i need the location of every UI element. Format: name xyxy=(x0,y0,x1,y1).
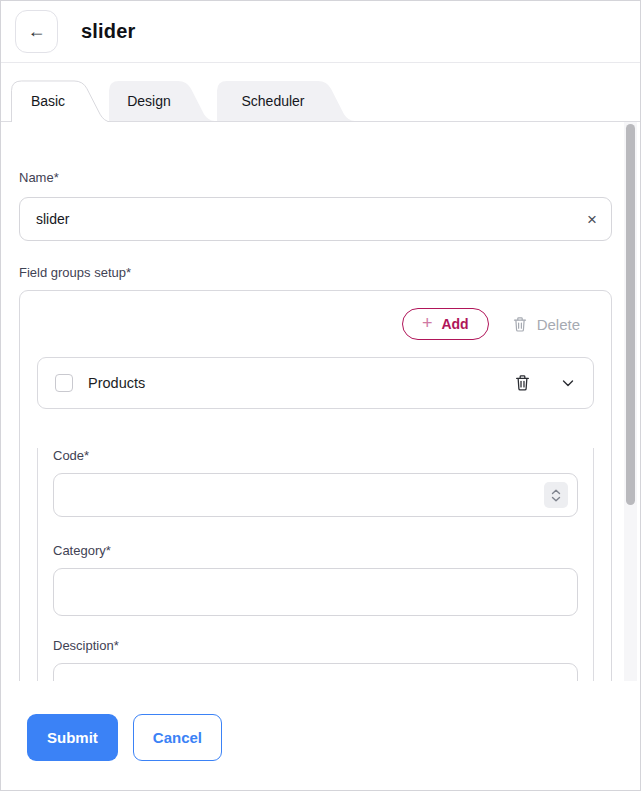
stepper-down-icon xyxy=(551,496,561,502)
submit-button[interactable]: Submit xyxy=(27,714,118,761)
field-groups-toolbar: + Add Delete xyxy=(37,308,594,340)
tab-design-label: Design xyxy=(109,79,215,122)
group-header-products[interactable]: Products xyxy=(37,357,594,409)
code-input[interactable] xyxy=(53,473,578,517)
stepper-up-icon xyxy=(551,489,561,495)
form-scroll-area: Name* slider × Field groups setup* + Add xyxy=(1,121,640,681)
field-groups-label: Field groups setup* xyxy=(19,265,612,280)
page-title: slider xyxy=(81,20,136,43)
name-field-label: Name* xyxy=(19,170,612,185)
footer: Submit Cancel xyxy=(1,681,640,789)
tab-scheduler-label: Scheduler xyxy=(217,79,355,122)
scrollbar-track[interactable] xyxy=(624,122,637,681)
delete-button[interactable]: Delete xyxy=(512,316,580,333)
clear-icon[interactable]: × xyxy=(587,211,597,228)
tab-design[interactable]: Design xyxy=(109,79,215,122)
category-field-label: Category* xyxy=(53,543,578,558)
group-body: Code* Category* Desciption* xyxy=(37,448,594,681)
group-title: Products xyxy=(88,375,145,391)
name-input[interactable]: slider × xyxy=(19,197,612,241)
tab-basic-label: Basic xyxy=(11,79,111,122)
add-button[interactable]: + Add xyxy=(402,308,489,340)
tab-scheduler[interactable]: Scheduler xyxy=(217,79,355,122)
tab-bar: Basic Design Scheduler xyxy=(1,79,640,122)
trash-icon xyxy=(512,316,528,333)
cancel-button[interactable]: Cancel xyxy=(133,714,222,761)
group-header-icons xyxy=(514,374,576,392)
tab-basic[interactable]: Basic xyxy=(11,79,111,122)
delete-button-label: Delete xyxy=(537,316,580,333)
form-window: ← slider Basic Design Scheduler Name* xyxy=(0,0,641,791)
trash-icon[interactable] xyxy=(514,374,531,392)
add-button-label: Add xyxy=(441,316,468,332)
name-input-value: slider xyxy=(36,211,69,227)
number-stepper[interactable] xyxy=(544,482,568,508)
description-field-label: Desciption* xyxy=(53,638,578,653)
plus-icon: + xyxy=(422,314,433,332)
field-groups-container: + Add Delete Products xyxy=(19,290,612,681)
chevron-down-icon[interactable] xyxy=(560,375,576,391)
header: ← slider xyxy=(1,1,640,63)
category-input[interactable] xyxy=(53,568,578,616)
back-button[interactable]: ← xyxy=(15,10,58,53)
description-input[interactable] xyxy=(53,663,578,681)
scrollbar-thumb[interactable] xyxy=(626,124,635,505)
code-field-label: Code* xyxy=(53,448,578,463)
back-arrow-icon: ← xyxy=(28,21,46,42)
group-checkbox[interactable] xyxy=(55,374,73,392)
